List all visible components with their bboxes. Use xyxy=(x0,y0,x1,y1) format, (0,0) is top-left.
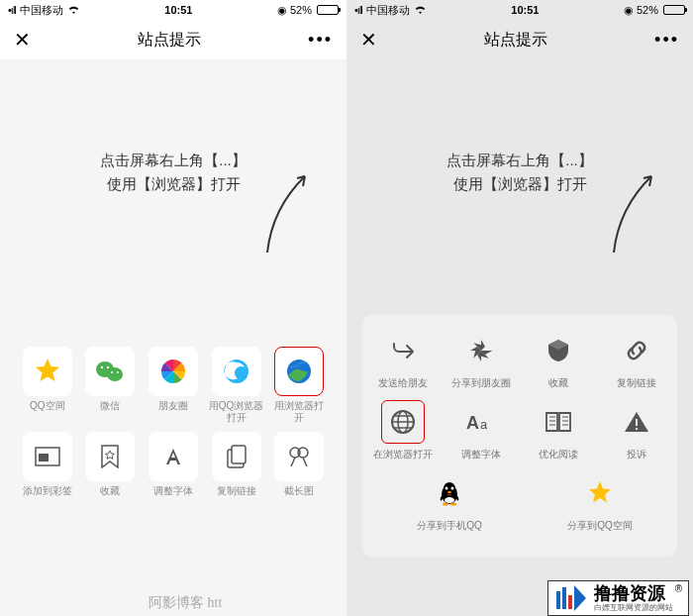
watermark-logo: 撸撸资源 白嫖互联网资源的网站 ® xyxy=(547,580,689,616)
carrier-label: 中国移动 xyxy=(20,3,63,18)
long-screenshot[interactable]: 截长图 xyxy=(271,432,327,509)
signal-icon: •ıll xyxy=(8,4,16,16)
svg-point-20 xyxy=(445,497,454,503)
svg-rect-9 xyxy=(232,446,246,463)
report[interactable]: 投诉 xyxy=(602,400,672,462)
share-moments[interactable]: 分享到朋友圈 xyxy=(446,329,517,390)
status-time: 10:51 xyxy=(511,4,539,16)
status-bar: •ıll 中国移动 10:51 ◉ 52% xyxy=(346,0,693,20)
send-to-friend[interactable]: 发送给朋友 xyxy=(368,329,439,390)
adjust-font[interactable]: 调整字体 xyxy=(146,432,201,509)
signal-icon: •ıll xyxy=(354,4,362,16)
svg-point-24 xyxy=(443,503,448,506)
close-button[interactable]: ✕ xyxy=(14,28,31,51)
battery-pct: 52% xyxy=(637,4,658,16)
status-time: 10:51 xyxy=(164,4,192,16)
open-in-browser[interactable]: 在浏览器打开 xyxy=(368,400,439,462)
svg-point-4 xyxy=(111,371,113,373)
close-button[interactable]: ✕ xyxy=(360,28,377,51)
favorite[interactable]: 收藏 xyxy=(83,432,139,509)
svg-point-21 xyxy=(446,487,448,490)
nav-bar: ✕ 站点提示 ••• xyxy=(346,20,693,59)
svg-text:A: A xyxy=(466,413,479,433)
alarm-icon: ◉ xyxy=(624,4,634,17)
watermark-subtitle: 白嫖互联网资源的网站 xyxy=(594,604,673,613)
more-button[interactable]: ••• xyxy=(654,30,679,51)
watermark-text: 阿影博客 htt xyxy=(148,594,222,612)
copy-link[interactable]: 复制链接 xyxy=(602,329,672,390)
copy-link[interactable]: 复制链接 xyxy=(209,432,264,509)
page-title: 站点提示 xyxy=(484,30,547,51)
action-sheet: 发送给朋友 分享到朋友圈 收藏 复制链接 在浏览器打开 Aa调整字体 优化阅读 … xyxy=(362,315,677,557)
adjust-font[interactable]: Aa调整字体 xyxy=(446,400,517,462)
svg-point-22 xyxy=(451,487,454,490)
add-to-tag[interactable]: 添加到彩签 xyxy=(20,432,75,509)
arrow-hint-icon xyxy=(257,168,317,257)
wifi-icon xyxy=(67,5,80,15)
open-qqbrowser[interactable]: 用QQ浏览器打开 xyxy=(209,347,264,424)
favorite[interactable]: 收藏 xyxy=(524,329,594,390)
share-qzone[interactable]: QQ空间 xyxy=(20,347,75,424)
status-bar: •ıll 中国移动 10:51 ◉ 52% xyxy=(0,0,346,20)
svg-point-23 xyxy=(447,491,451,493)
svg-text:a: a xyxy=(480,417,488,432)
svg-rect-8 xyxy=(39,454,49,462)
registered-icon: ® xyxy=(675,583,682,594)
share-qzone[interactable]: 分享到QQ空间 xyxy=(564,471,636,533)
share-sheet: QQ空间 微信 朋友圈 用QQ浏览器打开 用浏览器打开 添加到彩签 收藏 调整字… xyxy=(0,347,346,517)
arrow-hint-icon xyxy=(604,168,663,257)
nav-bar: ✕ 站点提示 ••• xyxy=(0,20,346,59)
carrier-label: 中国移动 xyxy=(366,3,410,18)
svg-point-1 xyxy=(107,367,123,381)
open-browser[interactable]: 用浏览器打开 xyxy=(271,347,327,424)
svg-rect-28 xyxy=(568,595,572,609)
svg-rect-26 xyxy=(556,591,560,609)
share-qq[interactable]: 分享到手机QQ xyxy=(414,471,485,533)
share-moments[interactable]: 朋友圈 xyxy=(146,347,201,424)
battery-pct: 52% xyxy=(290,4,312,16)
svg-rect-16 xyxy=(636,419,638,426)
battery-icon xyxy=(661,5,685,15)
wifi-icon xyxy=(414,5,427,15)
reader-mode[interactable]: 优化阅读 xyxy=(524,400,594,462)
more-button[interactable]: ••• xyxy=(308,30,333,51)
page-title: 站点提示 xyxy=(138,30,201,51)
svg-point-5 xyxy=(117,371,119,373)
svg-rect-17 xyxy=(636,428,638,430)
svg-rect-27 xyxy=(562,587,566,609)
svg-point-25 xyxy=(450,503,456,506)
logo-icon xyxy=(554,583,588,613)
screen-left: •ıll 中国移动 10:51 ◉ 52% ✕ 站点提示 ••• 点击屏幕右上角… xyxy=(0,0,346,616)
svg-point-2 xyxy=(101,366,103,368)
svg-point-3 xyxy=(107,366,109,368)
watermark-title: 撸撸资源 xyxy=(594,584,673,604)
battery-icon xyxy=(315,5,339,15)
alarm-icon: ◉ xyxy=(277,4,287,17)
share-wechat[interactable]: 微信 xyxy=(83,347,139,424)
screen-right: •ıll 中国移动 10:51 ◉ 52% ✕ 站点提示 ••• 点击屏幕右上角… xyxy=(346,0,693,616)
